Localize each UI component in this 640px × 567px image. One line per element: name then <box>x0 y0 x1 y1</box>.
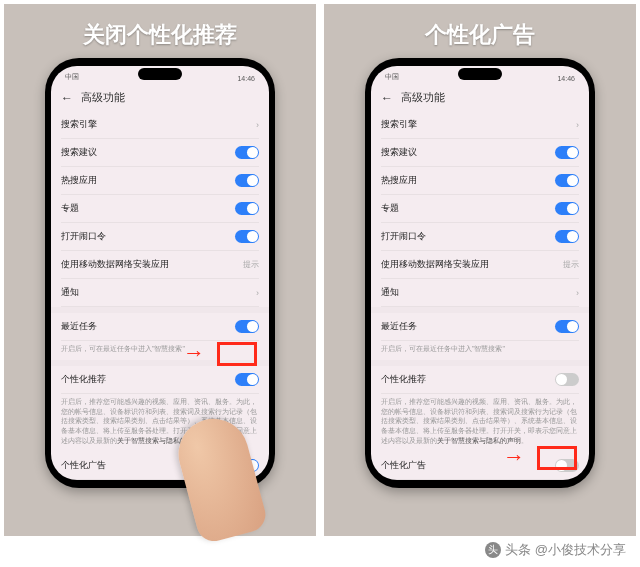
carrier: 中国 <box>385 72 399 82</box>
screen: 中国 14:46 ← 高级功能 搜索引擎 › 搜索建议 <box>371 66 589 480</box>
screen: 中国 14:46 ← 高级功能 搜索引擎 › 搜索建议 <box>51 66 269 480</box>
chevron-right-icon: › <box>576 288 579 298</box>
row-search-suggest[interactable]: 搜索建议 <box>381 139 579 167</box>
row-hot-apps[interactable]: 热搜应用 <box>381 167 579 195</box>
phone-frame: 中国 14:46 ← 高级功能 搜索引擎 › 搜索建议 <box>45 58 275 488</box>
back-icon[interactable]: ← <box>61 91 73 105</box>
row-mobile-data[interactable]: 使用移动数据网络安装应用 提示 <box>61 251 259 279</box>
toggle-hot-apps[interactable] <box>555 174 579 187</box>
watermark: 头 头条 @小俊技术分享 <box>485 541 626 559</box>
clock: 14:46 <box>237 75 255 82</box>
row-personalized-rec[interactable]: 个性化推荐 <box>381 366 579 394</box>
row-topics[interactable]: 专题 <box>381 195 579 223</box>
toggle-topics[interactable] <box>555 202 579 215</box>
toggle-personalized-rec[interactable] <box>555 373 579 386</box>
notch <box>458 68 502 80</box>
notch <box>138 68 182 80</box>
toutiao-icon: 头 <box>485 542 501 558</box>
page-title: 高级功能 <box>81 90 125 105</box>
toggle-open-password[interactable] <box>235 230 259 243</box>
row-personalized-rec[interactable]: 个性化推荐 <box>61 366 259 394</box>
chevron-right-icon: › <box>256 288 259 298</box>
toggle-recent-tasks[interactable] <box>235 320 259 333</box>
mobile-data-hint: 提示 <box>563 259 579 270</box>
row-personalized-ads[interactable]: 个性化广告 <box>381 452 579 480</box>
row-open-password[interactable]: 打开闹口令 <box>381 223 579 251</box>
toggle-topics[interactable] <box>235 202 259 215</box>
page-title: 高级功能 <box>401 90 445 105</box>
row-recent-tasks[interactable]: 最近任务 <box>381 313 579 341</box>
watermark-text: 头条 @小俊技术分享 <box>505 541 626 559</box>
toggle-search-suggest[interactable] <box>555 146 579 159</box>
right-title: 个性化广告 <box>425 20 535 50</box>
clock: 14:46 <box>557 75 575 82</box>
recent-tasks-desc: 开启后，可在最近任务中进入"智慧搜索" <box>381 341 579 360</box>
row-mobile-data[interactable]: 使用移动数据网络安装应用 提示 <box>381 251 579 279</box>
left-panel: 关闭个性化推荐 中国 14:46 ← 高级功能 搜索引擎 › <box>4 4 316 536</box>
chevron-right-icon: › <box>576 120 579 130</box>
page-header: ← 高级功能 <box>51 84 269 111</box>
personalized-rec-desc: 开启后，推荐您可能感兴趣的视频、应用、资讯、服务。为此，您的帐号信息、设备标识符… <box>381 394 579 452</box>
arrow-annotation: → <box>183 340 205 366</box>
settings-list: 搜索引擎 › 搜索建议 热搜应用 专题 <box>371 111 589 480</box>
row-search-engine[interactable]: 搜索引擎 › <box>61 111 259 139</box>
right-panel: 个性化广告 中国 14:46 ← 高级功能 搜索引擎 › <box>324 4 636 536</box>
toggle-search-suggest[interactable] <box>235 146 259 159</box>
arrow-annotation: → <box>503 444 525 470</box>
toggle-hot-apps[interactable] <box>235 174 259 187</box>
recent-tasks-desc: 开启后，可在最近任务中进入"智慧搜索" <box>61 341 259 360</box>
toggle-open-password[interactable] <box>555 230 579 243</box>
carrier: 中国 <box>65 72 79 82</box>
page-header: ← 高级功能 <box>371 84 589 111</box>
left-title: 关闭个性化推荐 <box>83 20 237 50</box>
row-open-password[interactable]: 打开闹口令 <box>61 223 259 251</box>
chevron-right-icon: › <box>256 120 259 130</box>
row-notifications[interactable]: 通知 › <box>381 279 579 307</box>
row-search-suggest[interactable]: 搜索建议 <box>61 139 259 167</box>
row-recent-tasks[interactable]: 最近任务 <box>61 313 259 341</box>
mobile-data-hint: 提示 <box>243 259 259 270</box>
row-hot-apps[interactable]: 热搜应用 <box>61 167 259 195</box>
row-topics[interactable]: 专题 <box>61 195 259 223</box>
toggle-personalized-ads[interactable] <box>555 459 579 472</box>
settings-list: 搜索引擎 › 搜索建议 热搜应用 专题 <box>51 111 269 480</box>
toggle-personalized-rec[interactable] <box>235 373 259 386</box>
back-icon[interactable]: ← <box>381 91 393 105</box>
toggle-recent-tasks[interactable] <box>555 320 579 333</box>
row-notifications[interactable]: 通知 › <box>61 279 259 307</box>
row-search-engine[interactable]: 搜索引擎 › <box>381 111 579 139</box>
phone-frame: 中国 14:46 ← 高级功能 搜索引擎 › 搜索建议 <box>365 58 595 488</box>
